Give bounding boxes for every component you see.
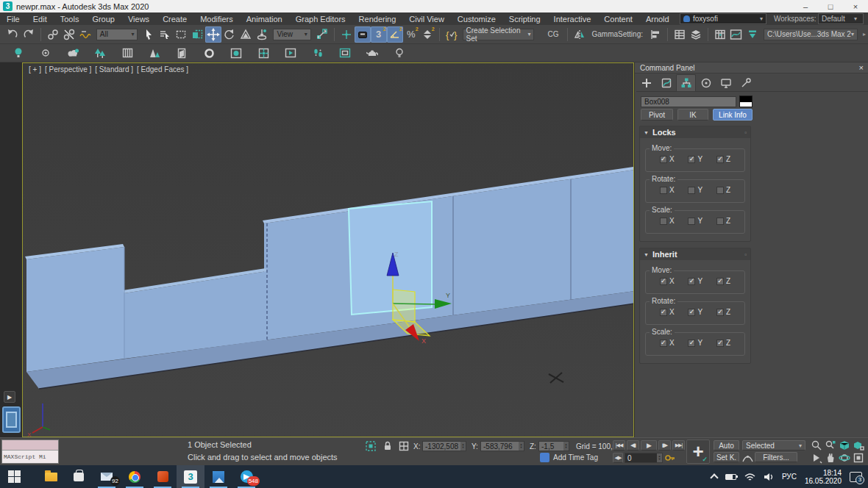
menu-tools[interactable]: Tools	[54, 15, 86, 24]
layout-flyout-button[interactable]: ▶	[4, 391, 15, 403]
rollout-inherit-header[interactable]: ▼ Inherit ▫	[640, 248, 750, 260]
checkbox-inherit-move-y[interactable]	[688, 278, 695, 285]
video-icon[interactable]	[282, 45, 299, 61]
checkbox-locks-scale-y[interactable]	[688, 218, 695, 225]
isolate-selection-icon[interactable]	[365, 440, 377, 452]
perspective-viewport[interactable]: [ + ] [ Perspective ] [ Standard ] [ Edg…	[22, 62, 634, 437]
zoom-icon[interactable]	[811, 439, 822, 451]
link-info-button[interactable]: Link Info	[713, 109, 753, 121]
tray-expand-icon[interactable]	[710, 473, 718, 481]
checkbox-inherit-rotate-z[interactable]	[716, 309, 724, 316]
render-preview-icon[interactable]	[228, 45, 244, 61]
key-mode-toggle[interactable]: ◀▶	[613, 453, 623, 463]
panel-icon[interactable]	[119, 45, 135, 61]
taskbar-store[interactable]	[65, 465, 93, 488]
sun-icon[interactable]	[38, 45, 54, 61]
project-folder-dropdown[interactable]: C:\Users\Use...3ds Max 2020▾	[764, 29, 858, 40]
named-selection-sets-icon[interactable]: {}	[444, 26, 460, 43]
scene-explorer-icon[interactable]	[688, 26, 704, 43]
pan-hand-icon[interactable]	[825, 452, 836, 464]
maxscript-mini-listener[interactable]: MAXScript Mi	[1, 439, 59, 464]
reference-coordinate-system-dropdown[interactable]: View▾	[273, 29, 310, 40]
door-icon[interactable]	[174, 45, 190, 61]
go-to-start-button[interactable]: |◀◀	[613, 440, 625, 451]
object-color-swatch[interactable]	[739, 96, 753, 107]
menu-arnold[interactable]: Arnold	[639, 15, 676, 24]
zoom-extents-icon[interactable]	[839, 439, 850, 451]
start-button[interactable]	[0, 465, 28, 488]
viewport-menu-shading[interactable]: [ Edged Faces ]	[137, 65, 188, 73]
zoom-all-icon[interactable]	[825, 439, 836, 451]
select-by-name-icon[interactable]	[157, 26, 173, 43]
taskbar-file-explorer[interactable]	[37, 465, 65, 488]
toolbar-overflow-icon[interactable]: ▸	[863, 31, 866, 37]
time-tag-icon[interactable]	[540, 453, 549, 462]
curve-editor-icon[interactable]	[728, 26, 744, 43]
command-panel-header[interactable]: Command Panel ×	[635, 62, 868, 73]
menu-content[interactable]: Content	[597, 15, 639, 24]
select-and-place-icon[interactable]	[254, 26, 270, 43]
vegetation-icon[interactable]	[92, 45, 108, 61]
taskbar-3ds-max[interactable]: 3	[177, 465, 204, 488]
viewport-menu-style[interactable]: [ Standard ]	[95, 65, 133, 73]
go-to-end-button[interactable]: ▶▶|	[672, 440, 685, 451]
spinner-icon[interactable]: ▲▼	[563, 442, 569, 451]
workspace-dropdown[interactable]: Default ▾	[818, 13, 864, 24]
checkbox-inherit-scale-z[interactable]	[716, 340, 724, 347]
use-pivot-point-center-icon[interactable]	[314, 26, 330, 43]
selection-filter-dropdown[interactable]: All▾	[96, 29, 138, 40]
mirror-icon[interactable]	[572, 26, 588, 43]
taskbar-office[interactable]	[149, 465, 177, 488]
menu-graph-editors[interactable]: Graph Editors	[289, 15, 352, 24]
keyboard-shortcut-override-icon[interactable]	[355, 26, 371, 43]
wifi-icon[interactable]	[744, 473, 755, 481]
volume-icon[interactable]	[764, 473, 774, 481]
tab-modify[interactable]	[656, 74, 676, 91]
menu-rendering[interactable]: Rendering	[352, 15, 403, 24]
ring-icon[interactable]	[201, 45, 217, 61]
close-button[interactable]: ×	[843, 0, 868, 12]
checkbox-inherit-move-x[interactable]	[660, 278, 667, 285]
named-selection-set-dropdown[interactable]: Create Selection Set▾	[463, 29, 535, 40]
menu-scripting[interactable]: Scripting	[502, 15, 547, 24]
maxscript-label[interactable]: MAXScript Mi	[2, 451, 58, 463]
taskbar-telegram[interactable]: 548	[232, 465, 260, 488]
absolute-offset-toggle-icon[interactable]	[398, 440, 410, 452]
object-name-field[interactable]: Box008	[641, 96, 736, 107]
key-filters-icon[interactable]	[664, 453, 675, 463]
menu-views[interactable]: Views	[121, 15, 156, 24]
menu-group[interactable]: Group	[85, 15, 121, 24]
light-icon[interactable]	[10, 45, 26, 61]
taskbar-mail[interactable]: 92	[93, 465, 121, 488]
menu-edit[interactable]: Edit	[26, 15, 54, 24]
spinner-icon[interactable]: ▲▼	[657, 453, 662, 462]
menu-file[interactable]: File	[0, 15, 26, 24]
target-icon[interactable]	[255, 45, 271, 61]
menu-interactive[interactable]: Interactive	[547, 15, 598, 24]
maximize-viewport-icon[interactable]	[853, 452, 864, 464]
spinner-snap-toggle-icon[interactable]: 2	[419, 26, 435, 43]
account-dropdown[interactable]: foxysofi ▾	[680, 13, 766, 24]
redo-icon[interactable]	[21, 26, 37, 43]
select-and-scale-icon[interactable]	[238, 26, 254, 43]
close-icon[interactable]: ×	[859, 63, 864, 72]
tab-motion[interactable]	[696, 74, 716, 91]
auto-key-button[interactable]: Auto	[714, 440, 739, 451]
checkbox-locks-scale-z[interactable]	[716, 218, 724, 225]
play-button[interactable]: ▶	[641, 440, 657, 451]
y-coord-field[interactable]: -583,796▲▼	[480, 441, 524, 451]
undo-icon[interactable]	[4, 26, 21, 43]
checkbox-inherit-rotate-x[interactable]	[660, 309, 667, 316]
layer-explorer-icon[interactable]	[672, 26, 688, 43]
angle-snap-toggle-icon[interactable]: 2	[387, 26, 403, 43]
frame-icon[interactable]	[337, 45, 353, 61]
spinner-icon[interactable]: ▲▼	[519, 442, 524, 451]
terrain-icon[interactable]	[146, 45, 163, 61]
cloud-icon[interactable]	[65, 45, 81, 61]
checkbox-locks-scale-x[interactable]	[660, 218, 667, 225]
maxscript-pink-row[interactable]	[2, 440, 58, 451]
x-coord-field[interactable]: -1302,508▲▼	[422, 441, 466, 451]
checkbox-locks-move-y[interactable]	[688, 156, 695, 163]
checkbox-locks-rotate-y[interactable]	[688, 187, 695, 194]
current-frame-field[interactable]: 0▲▼	[625, 453, 663, 463]
